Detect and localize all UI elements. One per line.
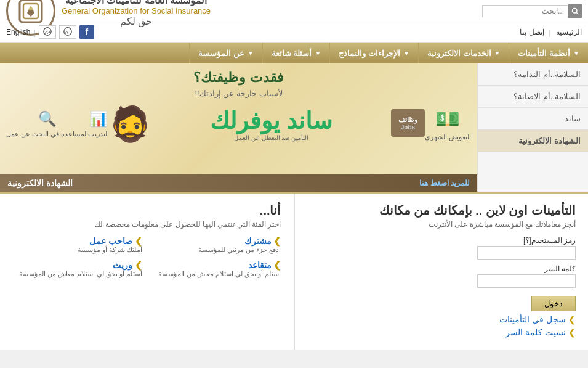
jobs-icon-label: وظائف [398, 116, 417, 124]
nav-item-about[interactable]: ▼ عن المؤسسة [189, 43, 262, 63]
nav-item-insurance[interactable]: ▼ أنظمة التأمينات [509, 43, 588, 63]
online-title: التأمينات اون لاين .. بإمكانك من مكانك [307, 203, 576, 218]
username-label: رمز المستخدم[؟] [307, 236, 576, 245]
banner-content: 💵 التعويض الشهري وظائف Jobs ساند يوفرلك … [6, 104, 471, 144]
ana-item-subscriber-desc: ادفع جزء من مرتبي للمؤسسة [151, 246, 281, 254]
jobs-icon-en: Jobs [401, 124, 415, 131]
separator2: | [33, 28, 35, 37]
banner-person: 🧔 [109, 104, 151, 144]
ana-item-employer-desc: أملتك شركة أو مؤسسة [12, 246, 142, 254]
social-icons: English | A+ A- f [6, 25, 94, 39]
sidebar-item-sanad[interactable]: ساند [478, 108, 588, 130]
banner-item-training-label: التدريب [88, 130, 109, 138]
banner-item-compensation: 💵 التعويض الشهري [425, 107, 471, 141]
ana-item-subscriber: مشترك ادفع جزء من مرتبي للمؤسسة [151, 236, 281, 254]
banner-title: فقدت وظيفتك؟ [6, 70, 471, 86]
username-row: رمز المستخدم[؟] [307, 236, 576, 260]
register-link[interactable]: سجل في التأمينات [307, 314, 576, 324]
panel-divider [294, 194, 294, 350]
search-button[interactable] [568, 4, 582, 18]
nav-links-bar: الرئيسية | إتصل بنا English | A+ A- f [0, 22, 588, 43]
ecert-link[interactable]: للمزيد اضغط هنا [419, 179, 470, 187]
content-wrapper: السلامة..أم الندامة؟ السلامة..أم الاصابة… [0, 63, 588, 192]
separator1: | [549, 28, 551, 37]
banner: فقدت وظيفتك؟ لأسباب خارجة عن إرادتك!! 💵 … [0, 63, 477, 174]
nav-item-procedures[interactable]: ▼ الإجراءات والنماذج [329, 43, 418, 63]
nav-arrow-3: ▼ [403, 50, 409, 57]
online-panel: التأمينات اون لاين .. بإمكانك من مكانك أ… [294, 194, 589, 350]
nav-item-e-services[interactable]: ▼ الخدمات الالكترونية [418, 43, 509, 63]
ana-item-subscriber-title[interactable]: مشترك [151, 236, 281, 246]
right-sidebar: السلامة..أم الندامة؟ السلامة..أم الاصابة… [477, 63, 588, 192]
facebook-icon[interactable]: f [79, 25, 94, 39]
banner-subtitle: لأسباب خارجة عن إرادتك!! [6, 89, 471, 98]
ana-item-retired-desc: أستلم أو يحق لي استلام معاش من المؤسسة [151, 270, 281, 278]
banner-item-search: 🔍 المساعدة في البحث عن عمل [6, 110, 88, 138]
svg-line-1 [576, 12, 578, 14]
sidebar-item-safety2[interactable]: السلامة..أم الاصابة؟ [478, 86, 588, 108]
ana-item-heir: وريث أستلم أو يحق لي استلام معاش من المؤ… [12, 260, 142, 278]
org-title-en: General Organization for Social Insuranc… [62, 6, 211, 15]
password-row: كلمة السر [307, 264, 576, 288]
said-title: ساند يوفرلك [151, 107, 391, 134]
ana-item-retired-title[interactable]: متقاعد [151, 260, 281, 270]
nav-arrow-1: ▼ [573, 50, 579, 57]
svg-point-0 [573, 8, 578, 13]
nav-arrow-5: ▼ [248, 50, 254, 57]
org-title: المؤسسة العامة للتأمينات الاجتماعية Gene… [62, 0, 211, 27]
top-bar: المؤسسة العامة للتأمينات الاجتماعية Gene… [0, 0, 588, 22]
ana-item-retired: متقاعد أستلم أو يحق لي استلام معاش من ال… [151, 260, 281, 278]
ana-item-employer: صاحب عمل أملتك شركة أو مؤسسة [12, 236, 142, 254]
ana-item-heir-title[interactable]: وريث [12, 260, 142, 270]
login-button[interactable]: دخول [531, 296, 576, 311]
english-link[interactable]: English [6, 28, 30, 36]
ecert-bar: للمزيد اضغط هنا الشهادة الالكترونية [0, 174, 477, 192]
nav-arrow-2: ▼ [494, 50, 501, 57]
main-content: فقدت وظيفتك؟ لأسباب خارجة عن إرادتك!! 💵 … [0, 63, 477, 192]
ana-item-employer-title[interactable]: صاحب عمل [12, 236, 142, 246]
ecert-title: الشهادة الالكترونية [7, 178, 73, 188]
accessibility-icon-1[interactable]: A+ [39, 25, 56, 39]
username-input[interactable] [477, 246, 576, 260]
sidebar-item-safety1[interactable]: السلامة..أم الندامة؟ [478, 63, 588, 86]
search-area [482, 4, 582, 18]
nav-item-faq[interactable]: ▼ أسئلة شائعة [262, 43, 330, 63]
banner-said-logo: ساند يوفرلك التأمين ضد التعطل عن العمل [151, 107, 391, 141]
password-input[interactable] [477, 274, 576, 288]
sidebar-item-ecert[interactable]: الشهادة الالكترونية [478, 130, 588, 152]
banner-item-compensation-label: التعويض الشهري [425, 133, 471, 141]
search-input[interactable] [482, 5, 568, 17]
svg-text:A+: A+ [44, 30, 50, 35]
ana-title: أنا... [12, 203, 281, 218]
online-desc: أنجز معاملاتك مع المؤسسة مباشرة على الأن… [307, 220, 576, 229]
nav-arrow-4: ▼ [315, 50, 321, 57]
said-subtitle: التأمين ضد التعطل عن العمل [151, 134, 391, 141]
ana-panel: أنا... اختر الفئة التي تنتمي اليها للحصو… [0, 194, 294, 350]
org-title-ar: المؤسسة العامة للتأمينات الاجتماعية [62, 0, 211, 6]
nav-contact-link[interactable]: إتصل بنا [520, 28, 544, 36]
svg-text:A-: A- [65, 30, 70, 35]
bottom-section: التأمينات اون لاين .. بإمكانك من مكانك أ… [0, 192, 588, 350]
banner-item-training: 📊 التدريب [88, 110, 109, 138]
ana-item-heir-desc: أستلم أو يحق لي استلام معاش من المؤسسة [12, 270, 142, 278]
ana-grid: مشترك ادفع جزء من مرتبي للمؤسسة صاحب عمل… [12, 236, 281, 278]
banner-item-jobs: وظائف Jobs [391, 109, 425, 139]
ana-desc: اختر الفئة التي تنتمي اليها للحصول على م… [12, 220, 281, 229]
accessibility-icon-2[interactable]: A- [59, 25, 76, 39]
password-label: كلمة السر [307, 264, 576, 273]
main-nav: ▼ أنظمة التأمينات ▼ الخدمات الالكترونية … [0, 43, 588, 63]
forgot-password-link[interactable]: نسيت كلمة السر [307, 327, 576, 337]
nav-home-link[interactable]: الرئيسية [556, 28, 582, 36]
banner-item-search-label: المساعدة في البحث عن عمل [6, 130, 88, 138]
